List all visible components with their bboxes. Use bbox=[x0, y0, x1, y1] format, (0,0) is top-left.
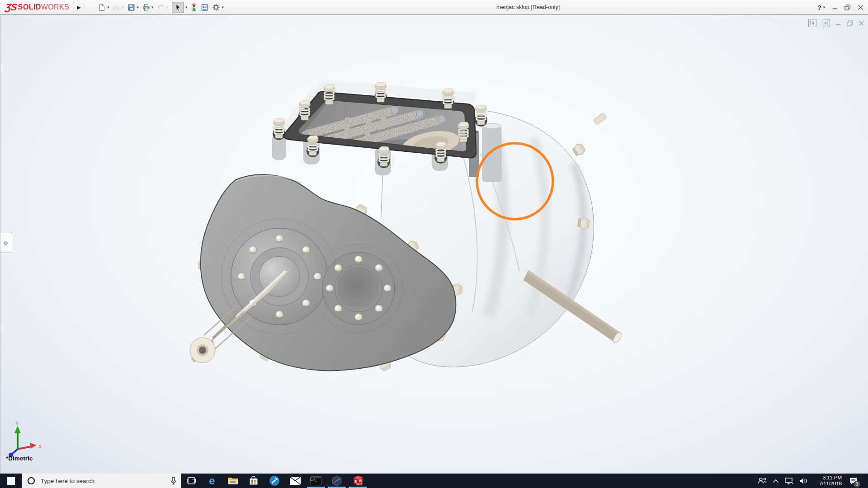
search-input[interactable] bbox=[41, 478, 165, 484]
view-orientation-label: *Dimetric bbox=[6, 455, 33, 462]
taskbar-app-edge[interactable]: e bbox=[202, 474, 222, 488]
open-folder-icon bbox=[113, 4, 121, 11]
action-center-button[interactable]: 3 bbox=[848, 475, 859, 486]
x-axis-label: X bbox=[38, 444, 42, 449]
doc-restore-button[interactable] bbox=[847, 20, 853, 26]
undo-arrow-icon bbox=[157, 4, 165, 11]
doc-close-button[interactable] bbox=[859, 20, 864, 26]
help-button[interactable]: ? ▾ bbox=[817, 4, 825, 11]
orientation-triad: Y X bbox=[6, 421, 44, 459]
cortana-circle-icon bbox=[27, 477, 35, 485]
cmd-prompt-text: C:\_ bbox=[310, 478, 317, 482]
taskbar-app-command-prompt[interactable]: C:\_ bbox=[306, 474, 326, 488]
quick-toolbar: ▾ ▾ ▾ ▾ bbox=[97, 1, 225, 14]
gear-icon bbox=[212, 3, 220, 11]
windows-logo-icon bbox=[7, 477, 15, 485]
window-controls: ? ▾ bbox=[817, 0, 863, 15]
title-bar: ƷS SOLID WORKS ▶ ▾ ▾ ▾ bbox=[0, 0, 868, 15]
taskbar-app-settings-tool[interactable] bbox=[264, 474, 285, 488]
menu-expand-arrow[interactable]: ▶ bbox=[74, 1, 84, 13]
clock-date: 7/11/2018 bbox=[814, 481, 842, 487]
file-properties-button[interactable] bbox=[199, 3, 210, 12]
document-window-controls bbox=[808, 19, 864, 27]
system-tray: 3:11 PM 7/11/2018 3 bbox=[758, 474, 868, 488]
file-explorer-icon bbox=[227, 476, 238, 485]
pane-toggle-left-button[interactable] bbox=[808, 19, 816, 27]
task-view-icon bbox=[187, 477, 196, 485]
gearbox-model-canvas[interactable] bbox=[0, 15, 868, 474]
microphone-icon[interactable] bbox=[170, 477, 176, 485]
solidworks-2017-icon: S W 2017 bbox=[351, 474, 364, 487]
notification-count-badge: 3 bbox=[854, 481, 860, 488]
open-button[interactable]: ▾ bbox=[112, 3, 126, 12]
clock-time: 3:11 PM bbox=[814, 475, 842, 481]
new-document-icon bbox=[98, 4, 106, 11]
mail-envelope-icon bbox=[290, 477, 301, 485]
minimize-button[interactable] bbox=[832, 5, 838, 10]
windows-taskbar: e C:\_ bbox=[0, 474, 868, 488]
y-axis-label: Y bbox=[15, 421, 19, 426]
taskbar-app-store[interactable] bbox=[243, 474, 264, 488]
network-icon[interactable] bbox=[785, 478, 793, 484]
rebuild-button[interactable] bbox=[189, 2, 198, 12]
traffic-light-icon bbox=[191, 3, 197, 11]
tab-dot bbox=[4, 241, 8, 245]
save-button[interactable]: ▾ bbox=[126, 3, 140, 12]
close-button[interactable] bbox=[858, 5, 863, 10]
graphics-viewport[interactable]: Y X *Dimetric bbox=[0, 15, 868, 474]
task-view-button[interactable] bbox=[181, 474, 202, 488]
select-tool-button[interactable]: ▾ bbox=[170, 1, 189, 14]
solidworks-logo: ƷS SOLID WORKS bbox=[0, 0, 74, 14]
edge-icon: e bbox=[209, 475, 215, 486]
print-button[interactable]: ▾ bbox=[141, 3, 155, 12]
taskbar-app-file-explorer[interactable] bbox=[222, 474, 243, 488]
taskbar-app-mail[interactable] bbox=[285, 474, 306, 488]
cursor-arrow-icon bbox=[175, 4, 181, 11]
people-icon[interactable] bbox=[758, 477, 767, 484]
store-icon bbox=[249, 476, 259, 486]
save-floppy-icon bbox=[127, 4, 135, 11]
new-document-button[interactable]: ▾ bbox=[97, 3, 111, 12]
taskbar-clock[interactable]: 3:11 PM 7/11/2018 bbox=[814, 475, 842, 487]
doc-minimize-button[interactable] bbox=[835, 20, 841, 26]
select-tool-active-box[interactable] bbox=[172, 2, 184, 13]
wrench-circle-icon bbox=[269, 475, 280, 486]
hidden-icons-chevron[interactable] bbox=[773, 479, 779, 483]
properties-list-icon bbox=[201, 4, 208, 11]
window-title: menjac sklop [Read-only] bbox=[496, 0, 560, 15]
undo-button[interactable]: ▾ bbox=[156, 3, 170, 12]
start-button[interactable] bbox=[0, 474, 22, 488]
solidworks-logo-glyph: ƷS bbox=[5, 2, 17, 13]
taskbar-search[interactable] bbox=[22, 474, 181, 488]
pane-toggle-right-button[interactable] bbox=[822, 19, 830, 27]
feature-tree-collapsed-tab[interactable] bbox=[0, 233, 12, 253]
print-icon bbox=[142, 4, 150, 11]
options-button[interactable]: ▾ bbox=[211, 2, 225, 12]
taskbar-app-solidworks[interactable]: S W 2017 bbox=[347, 474, 368, 488]
hexagon-app-icon bbox=[331, 475, 342, 486]
restore-button[interactable] bbox=[844, 5, 851, 10]
volume-icon[interactable] bbox=[799, 478, 808, 484]
taskbar-app-hexagon[interactable] bbox=[326, 474, 347, 488]
